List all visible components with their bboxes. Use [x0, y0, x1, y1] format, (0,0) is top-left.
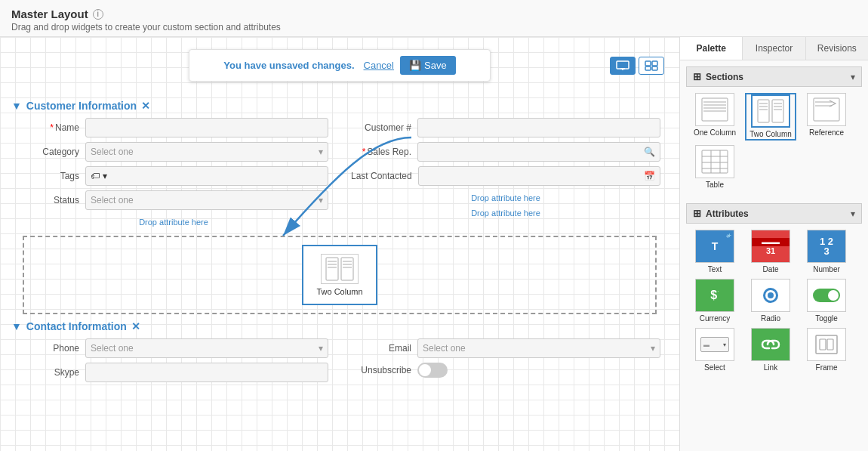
last-contacted-input[interactable]: 📅	[418, 166, 660, 186]
left-column: *Name Category Select one ▾	[19, 118, 328, 230]
reference-icon	[807, 93, 846, 126]
number-attribute-icon: 1 2 3	[807, 230, 846, 263]
tab-inspector[interactable]: Inspector	[743, 37, 805, 60]
palette-tab-label: Palette	[696, 43, 725, 54]
attributes-palette-header[interactable]: ⊞ Attributes ▾	[686, 203, 862, 224]
two-column-item[interactable]: Two Column	[745, 93, 796, 141]
section-close-icon[interactable]: ✕	[141, 100, 150, 112]
text-attribute-label: Text	[708, 265, 722, 274]
tags-label: Tags	[19, 171, 79, 181]
sales-rep-text[interactable]	[418, 147, 639, 157]
email-select[interactable]: Select one ▾	[417, 338, 660, 358]
attributes-header-left: ⊞ Attributes	[693, 208, 749, 219]
sections-grid-icon: ⊞	[693, 71, 701, 82]
frame-attribute-item[interactable]: Frame	[801, 328, 852, 372]
date-attribute-item[interactable]: ▬▬▬ 31 Date	[745, 230, 796, 274]
skype-input[interactable]	[85, 363, 328, 382]
right-panel: Palette Inspector Revisions ⊞ Sections	[679, 37, 868, 451]
right-drop-zone-2[interactable]: Drop attribute here	[351, 205, 660, 221]
tags-dropdown-icon: ▾	[103, 171, 107, 181]
category-select[interactable]: Select one ▾	[85, 142, 328, 162]
panel-tabs: Palette Inspector Revisions	[680, 37, 868, 60]
section-collapse-icon[interactable]: ▼	[11, 100, 22, 112]
customer-num-label: Customer #	[351, 122, 411, 133]
toggle-attribute-label: Toggle	[815, 314, 837, 323]
left-drop-zone[interactable]: Drop attribute here	[19, 215, 328, 230]
sales-rep-row: *Sales Rep. 🔍	[351, 142, 660, 162]
link-attribute-item[interactable]: Link	[745, 328, 796, 372]
sections-palette-header[interactable]: ⊞ Sections ▾	[686, 66, 862, 87]
customer-num-row: Customer #	[351, 118, 660, 137]
unsaved-actions: Cancel 💾 Save	[364, 56, 456, 75]
unsubscribe-toggle[interactable]	[417, 363, 448, 378]
number-attribute-item[interactable]: 1 2 3 Number	[801, 230, 852, 274]
last-contacted-label: Last Contacted	[351, 171, 412, 181]
page-subtitle: Drag and drop widgets to create your cus…	[11, 22, 857, 32]
phone-placeholder: Select one	[91, 343, 134, 354]
cancel-button[interactable]: Cancel	[364, 60, 394, 71]
phone-field-row: Phone Select one ▾	[19, 338, 328, 358]
frame-attribute-icon	[807, 328, 846, 361]
frame-attribute-label: Frame	[816, 363, 838, 372]
svg-rect-5	[645, 66, 651, 70]
contact-collapse-icon[interactable]: ▼	[11, 320, 22, 332]
tags-input[interactable]: 🏷 ▾	[85, 166, 328, 186]
category-placeholder: Select one	[91, 147, 134, 157]
currency-attribute-label: Currency	[700, 314, 731, 323]
phone-dropdown-icon: ▾	[319, 343, 323, 354]
right-column: Customer # *Sales Rep. 🔍	[351, 118, 660, 230]
two-column-dragging-widget[interactable]: Two Column	[302, 245, 377, 305]
last-contacted-text[interactable]	[419, 171, 639, 181]
desktop-view-button[interactable]	[610, 57, 636, 75]
toggle-attribute-item[interactable]: Toggle	[801, 279, 852, 323]
status-select[interactable]: Select one ▾	[85, 190, 328, 210]
tab-palette[interactable]: Palette	[680, 37, 743, 60]
text-attribute-item[interactable]: T + Text	[689, 230, 740, 274]
radio-attribute-item[interactable]: Radio	[745, 279, 796, 323]
grid-view-button[interactable]	[639, 57, 664, 75]
two-column-icon	[751, 94, 790, 128]
category-field-row: Category Select one ▾	[19, 142, 328, 162]
fields-grid: *Name Category Select one ▾	[19, 118, 660, 230]
reference-item[interactable]: Reference	[801, 93, 852, 141]
phone-select[interactable]: Select one ▾	[85, 338, 328, 358]
view-toggle	[610, 57, 664, 75]
drop-zone-container: Two Column	[11, 236, 668, 314]
save-button[interactable]: 💾 Save	[400, 56, 456, 75]
right-drop-zone-1[interactable]: Drop attribute here	[351, 190, 660, 205]
contact-section-header: ▼ Contact Information ✕	[11, 320, 668, 332]
name-input[interactable]	[85, 118, 328, 137]
attributes-palette-items: T + Text ▬▬▬ 31	[686, 224, 862, 378]
phone-label: Phone	[19, 343, 79, 354]
unsaved-bar-inner: You have unsaved changes. Cancel 💾 Save	[189, 49, 491, 82]
radio-attribute-label: Radio	[761, 314, 780, 323]
tag-icon: 🏷	[91, 171, 100, 181]
text-icon-content: T +	[696, 230, 734, 262]
date-attribute-icon: ▬▬▬ 31	[751, 230, 790, 263]
one-column-item[interactable]: One Column	[689, 93, 740, 141]
table-item[interactable]: Table	[689, 145, 740, 190]
reference-label: Reference	[809, 128, 844, 137]
tab-revisions[interactable]: Revisions	[806, 37, 868, 60]
select-attribute-item[interactable]: ▬ ▾ Select	[689, 328, 740, 372]
panel-body: ⊞ Sections ▾	[680, 60, 868, 451]
page-title-text: Master Layout	[11, 8, 88, 20]
customer-num-input[interactable]	[417, 118, 660, 137]
name-field-row: *Name	[19, 118, 328, 137]
save-label: Save	[424, 60, 447, 71]
canvas-area: You have unsaved changes. Cancel 💾 Save	[0, 37, 679, 451]
two-column-widget-icon	[321, 254, 359, 284]
select-attribute-icon: ▬ ▾	[695, 328, 734, 361]
required-marker-sr: *	[362, 147, 366, 157]
sales-rep-input[interactable]: 🔍	[417, 142, 660, 162]
contact-close-icon[interactable]: ✕	[131, 320, 140, 332]
page-header: Master Layout i Drag and drop widgets to…	[0, 0, 868, 37]
unsaved-message: You have unsaved changes.	[223, 60, 354, 71]
svg-rect-6	[652, 66, 657, 70]
currency-attribute-item[interactable]: $ · Currency	[689, 279, 740, 323]
svg-rect-4	[652, 61, 657, 66]
main-drop-zone[interactable]: Two Column	[23, 236, 657, 314]
toggle-attribute-icon	[807, 279, 846, 312]
one-column-icon	[695, 93, 734, 126]
customer-information-section: ▼ Customer Information ✕ *Name	[11, 100, 668, 230]
